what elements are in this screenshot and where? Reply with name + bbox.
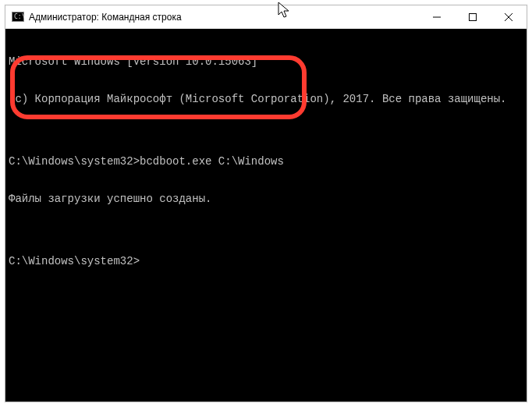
close-button[interactable] — [491, 5, 527, 28]
terminal-line: (c) Корпорация Майкрософт (Microsoft Cor… — [9, 93, 523, 105]
cmd-icon: C:\ — [12, 11, 24, 23]
terminal-line: Microsoft Windows [Version 10.0.15063] — [9, 55, 523, 68]
terminal-line: Файлы загрузки успешно созданы. — [9, 193, 523, 205]
maximize-button[interactable] — [455, 5, 491, 28]
window-controls — [419, 5, 527, 28]
svg-text:C:\: C:\ — [14, 13, 24, 20]
terminal-area[interactable]: Microsoft Windows [Version 10.0.15063] (… — [5, 29, 527, 402]
svg-rect-3 — [470, 13, 477, 20]
titlebar[interactable]: C:\ Администратор: Командная строка — [5, 5, 527, 29]
command-prompt-window: C:\ Администратор: Командная строка Micr… — [5, 5, 527, 402]
minimize-button[interactable] — [419, 5, 455, 28]
terminal-line: C:\Windows\system32>bcdboot.exe C:\Windo… — [9, 155, 523, 168]
window-title: Администратор: Командная строка — [29, 12, 182, 23]
terminal-line: C:\Windows\system32> — [9, 255, 523, 267]
